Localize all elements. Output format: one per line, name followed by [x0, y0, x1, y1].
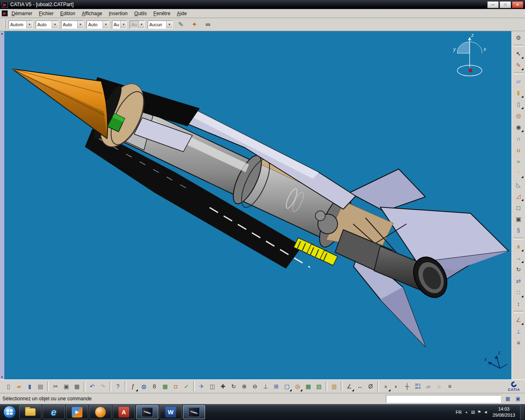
viewport-3d[interactable]: z y x x z — [5, 31, 511, 379]
menu-affichage[interactable]: Affichage — [78, 10, 105, 17]
menu-demarrer[interactable]: Démarrer — [8, 10, 36, 17]
inertia-icon[interactable]: Ø — [365, 381, 376, 392]
design-table-icon[interactable]: ▦ — [160, 381, 170, 392]
pocket-icon[interactable]: ▯ — [513, 99, 524, 110]
hide-show-icon[interactable]: ▩ — [303, 381, 313, 392]
taskbar-catia-2[interactable] — [183, 405, 205, 419]
graphic-combo-7[interactable]: Aucun▼ — [148, 21, 173, 29]
slot-icon[interactable]: ∪ — [513, 145, 524, 155]
plane-icon[interactable]: ▱ — [513, 76, 524, 87]
boolean-icon[interactable]: ∧ — [513, 241, 524, 252]
undo-icon[interactable]: ↶ — [87, 381, 97, 392]
quick-view-icon[interactable]: ▢ — [282, 381, 292, 392]
paste-icon[interactable]: ▦ — [72, 381, 82, 392]
redo-icon[interactable]: ↷ — [98, 381, 108, 392]
list-icon[interactable]: ≡ — [445, 381, 455, 392]
zoom-in-icon[interactable]: ⊕ — [239, 381, 249, 392]
tree-scrollbar[interactable]: ▲ ▼ — [0, 31, 5, 379]
pattern-icon[interactable]: ∷ — [513, 287, 524, 298]
zoom-out-icon[interactable]: ⊖ — [250, 381, 260, 392]
clock[interactable]: 14:03 29/08/2013 — [491, 406, 517, 418]
custom-view-icon[interactable]: ∞ — [203, 19, 213, 30]
print-icon[interactable]: ▤ — [35, 381, 46, 392]
measure-tool-icon[interactable]: ∠ — [513, 315, 524, 325]
grab-icon[interactable]: ◐ — [391, 381, 402, 392]
swap-space-icon[interactable]: ▨ — [314, 381, 324, 392]
whats-this-icon[interactable]: ? — [113, 381, 123, 392]
rotate-view-icon[interactable]: ↻ — [228, 381, 239, 392]
knowledge-icon[interactable]: 8 — [149, 381, 160, 392]
maximize-button[interactable]: □ — [500, 1, 511, 8]
thickness-icon[interactable]: ▣ — [513, 214, 524, 224]
tray-volume-icon[interactable]: ◄ — [484, 410, 488, 414]
save-icon[interactable]: ▮ — [25, 381, 35, 392]
copy-icon[interactable]: ▣ — [61, 381, 71, 392]
check-analysis-icon[interactable]: ✓ — [181, 381, 192, 392]
rotate-icon[interactable]: ↻ — [513, 264, 524, 275]
command-field[interactable] — [386, 395, 501, 403]
tray-display-icon[interactable]: ▤ — [471, 410, 475, 414]
view-compass[interactable]: z y x — [453, 32, 486, 76]
axis-system-icon[interactable]: ⊥ — [513, 326, 524, 337]
sketcher-icon[interactable]: ✎ — [513, 60, 524, 71]
taskbar-adobe-reader[interactable]: A — [113, 405, 135, 419]
pan-icon[interactable]: ✚ — [218, 381, 228, 392]
start-button[interactable] — [1, 404, 18, 420]
menu-outils[interactable]: Outils — [131, 10, 150, 17]
taskbar-explorer[interactable] — [19, 405, 41, 419]
rocket-model[interactable] — [12, 69, 509, 347]
close-button[interactable]: ✕ — [512, 1, 523, 8]
open-icon[interactable]: ▰ — [14, 381, 24, 392]
graphic-combo-3[interactable]: Auto▼ — [61, 21, 84, 29]
language-indicator[interactable]: FR — [456, 410, 462, 415]
fillet-icon[interactable]: ◝ — [513, 168, 524, 178]
menu-fenetre[interactable]: Fenêtre — [150, 10, 173, 17]
measure-icon[interactable]: ∠ — [344, 381, 354, 392]
taskbar-internet-explorer[interactable]: e — [43, 405, 65, 419]
new-file-icon[interactable]: ▯ — [3, 381, 14, 392]
pad-icon[interactable]: ▮ — [513, 87, 524, 98]
scale-indicator-icon[interactable]: 10.110.0 — [413, 381, 423, 392]
power-input-icon[interactable]: ▦ — [503, 395, 512, 403]
tray-expand-icon[interactable]: ▲ — [465, 411, 468, 413]
menu-edition[interactable]: Edition — [57, 10, 79, 17]
comment-icon[interactable]: ◍ — [139, 381, 149, 392]
doc-link-icon[interactable]: ▣ — [514, 395, 523, 403]
lock-icon[interactable]: ◘ — [171, 381, 181, 392]
loft-icon[interactable]: ≈ — [513, 156, 524, 167]
painter-icon[interactable]: ✎ — [176, 19, 186, 30]
menu-aide[interactable]: Aide — [173, 10, 190, 17]
select-icon[interactable]: ↖ — [513, 48, 524, 59]
graphic-combo-4[interactable]: Auto▼ — [87, 21, 109, 29]
shell-icon[interactable]: ◻ — [513, 202, 524, 213]
chamfer-icon[interactable]: ◺ — [513, 179, 524, 190]
formula-icon[interactable]: ƒ — [128, 381, 138, 392]
toolbar-drag-handle[interactable] — [4, 20, 5, 29]
rib-icon[interactable]: ∩ — [513, 133, 524, 144]
catalog-browser-icon[interactable]: ≡ — [513, 338, 524, 348]
graphic-combo-5[interactable]: Au▼ — [112, 21, 127, 29]
settings-gear-icon[interactable]: ⚙ — [513, 32, 524, 43]
taskbar-catia[interactable] — [136, 405, 158, 419]
measure-between-icon[interactable]: ↔ — [355, 381, 365, 392]
graphic-combo-2[interactable]: Auto▼ — [36, 21, 58, 29]
scale-icon[interactable]: ↕ — [513, 299, 524, 309]
render-style-icon[interactable]: ◎ — [292, 381, 303, 392]
graphic-combo-6[interactable]: Au▼ — [130, 21, 144, 29]
menu-fichier[interactable]: Fichier — [36, 10, 57, 17]
menu-insertion[interactable]: Insertion — [105, 10, 131, 17]
translate-icon[interactable]: → — [513, 253, 524, 263]
show-desktop-button[interactable] — [520, 404, 524, 420]
taskbar-media-player[interactable]: ▶ — [66, 405, 88, 419]
mirror-icon[interactable]: ⇄ — [513, 276, 524, 286]
draft-icon[interactable]: ◿ — [513, 191, 524, 201]
scroll-up-icon[interactable]: ▲ — [1, 32, 4, 35]
normal-view-icon[interactable]: ⊥ — [260, 381, 271, 392]
graphic-combo-1[interactable]: Autom▼ — [9, 21, 33, 29]
paint-wizard-icon[interactable]: ✦ — [189, 19, 200, 30]
multi-view-icon[interactable]: ⊞ — [271, 381, 281, 392]
shading-icon[interactable]: ● — [381, 381, 391, 392]
depth-effect-icon[interactable]: ▱ — [423, 381, 434, 392]
hole-icon[interactable]: ◉ — [513, 122, 524, 132]
shaft-icon[interactable]: ◎ — [513, 110, 524, 121]
